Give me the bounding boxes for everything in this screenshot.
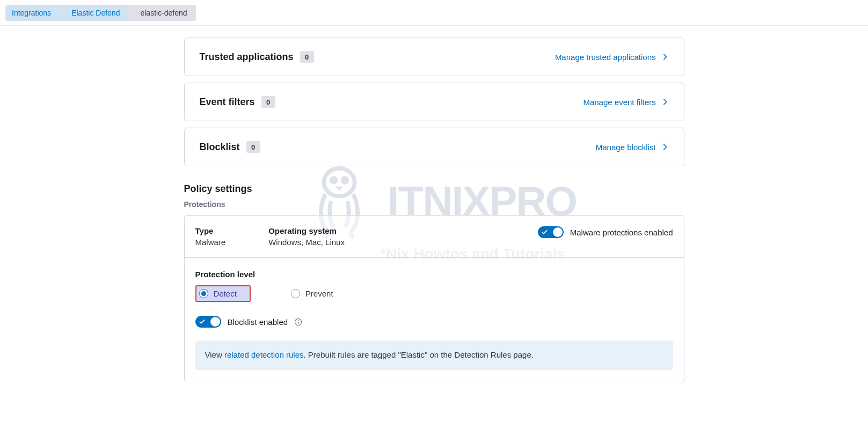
type-label: Type: [195, 226, 226, 235]
info-icon[interactable]: [294, 318, 302, 326]
blocklist-toggle-label: Blocklist enabled: [228, 317, 288, 327]
callout-prefix: View: [205, 350, 224, 359]
radio-label: Detect: [214, 289, 237, 298]
card-title: Event filters: [200, 97, 255, 108]
breadcrumb-elastic-defend[interactable]: Elastic Defend: [60, 5, 128, 21]
protection-level-options: Detect Prevent: [195, 285, 673, 302]
manage-trusted-applications-link[interactable]: Manage trusted applications: [555, 53, 669, 62]
event-filters-card: Event filters 0 Manage event filters: [184, 83, 684, 121]
artifacts-heading: Artifacts: [184, 23, 684, 29]
os-label: Operating system: [268, 226, 345, 235]
check-icon: [199, 319, 205, 324]
os-value: Windows, Mac, Linux: [268, 238, 345, 247]
manage-blocklist-link[interactable]: Manage blocklist: [596, 143, 669, 152]
count-badge: 0: [261, 96, 275, 108]
breadcrumb-integrations[interactable]: Integrations: [5, 5, 60, 21]
radio-label: Prevent: [305, 289, 333, 298]
radio-indicator: [291, 289, 300, 298]
breadcrumb: Integrations Elastic Defend elastic-defe…: [5, 5, 196, 21]
malware-protections-switch[interactable]: [538, 226, 564, 238]
policy-os-field: Operating system Windows, Mac, Linux: [268, 226, 345, 247]
blocklist-enabled-switch[interactable]: [195, 316, 221, 328]
breadcrumb-label: Integrations: [12, 9, 51, 17]
malware-protections-toggle-group: Malware protections enabled: [538, 226, 673, 238]
trusted-applications-card: Trusted applications 0 Manage trusted ap…: [184, 38, 684, 76]
count-badge: 0: [300, 51, 314, 63]
link-label: Manage blocklist: [596, 143, 656, 152]
type-value: Malware: [195, 238, 226, 247]
breadcrumb-label: elastic-defend: [140, 9, 187, 17]
protection-level-label: Protection level: [195, 270, 673, 279]
policy-body: Protection level Detect Prevent: [185, 258, 684, 382]
callout-suffix: . Prebuilt rules are tagged "Elastic" on…: [304, 350, 534, 359]
blocklist-enabled-row: Blocklist enabled: [195, 316, 673, 328]
svg-point-4: [298, 320, 299, 321]
related-detection-rules-link[interactable]: related detection rules: [224, 350, 304, 359]
link-label: Manage event filters: [583, 98, 655, 107]
link-label: Manage trusted applications: [555, 53, 656, 62]
chevron-right-icon: [661, 53, 669, 61]
radio-option-detect[interactable]: Detect: [195, 285, 251, 302]
count-badge: 0: [246, 141, 260, 153]
card-title: Trusted applications: [200, 51, 294, 63]
main-content: Artifacts Trusted applications 0 Manage …: [184, 23, 684, 382]
card-title: Blocklist: [200, 142, 240, 153]
radio-option-prevent[interactable]: Prevent: [288, 286, 346, 301]
policy-type-field: Type Malware: [195, 226, 226, 247]
blocklist-card: Blocklist 0 Manage blocklist: [184, 128, 684, 166]
detection-rules-callout: View related detection rules. Prebuilt r…: [195, 340, 673, 370]
radio-indicator: [199, 289, 208, 298]
manage-event-filters-link[interactable]: Manage event filters: [583, 98, 668, 107]
policy-card: Type Malware Operating system Windows, M…: [184, 215, 684, 382]
check-icon: [542, 229, 548, 235]
malware-toggle-label: Malware protections enabled: [570, 228, 673, 237]
breadcrumb-label: Elastic Defend: [71, 9, 120, 17]
policy-settings-heading: Policy settings: [184, 183, 684, 195]
policy-header: Type Malware Operating system Windows, M…: [185, 216, 684, 258]
chevron-right-icon: [661, 143, 669, 151]
header-bar: Integrations Elastic Defend elastic-defe…: [0, 0, 868, 26]
protections-sub-heading: Protections: [184, 200, 684, 209]
breadcrumb-current: elastic-defend: [128, 5, 195, 21]
chevron-right-icon: [661, 98, 669, 106]
